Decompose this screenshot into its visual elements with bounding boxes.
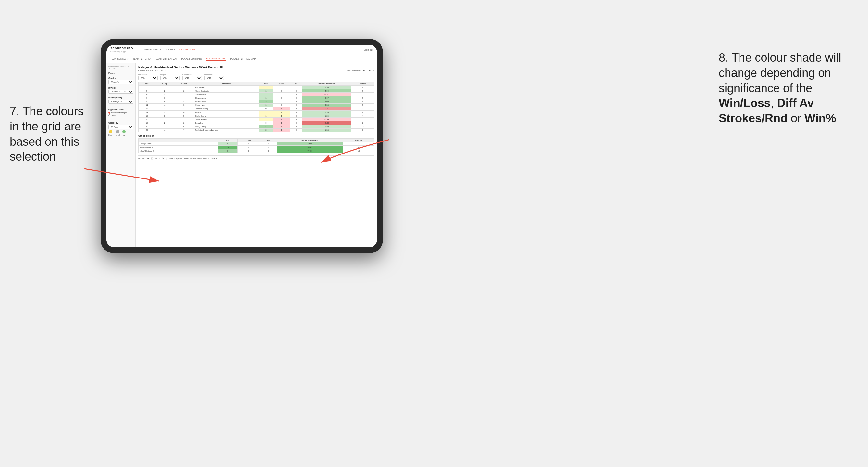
filter-opponent-select[interactable]: (All): [205, 76, 224, 80]
cell-win: 2: [259, 100, 273, 103]
cell-loss: 0: [273, 103, 290, 107]
legend-down: Down: [108, 130, 113, 136]
sidebar-gender-select[interactable]: Women's: [108, 80, 133, 84]
cell-div: 3: [138, 86, 155, 89]
cell-loss: 1: [273, 128, 290, 132]
scissors-icon[interactable]: ✂: [155, 157, 157, 160]
undo-icon[interactable]: ↩: [138, 157, 141, 160]
cell-div: 6: [138, 93, 155, 96]
cell-loss: 1: [273, 121, 290, 125]
ood-cell-diff: 9.267: [277, 146, 343, 149]
grid-icon[interactable]: ⊡: [151, 157, 153, 160]
sidebar-division-select[interactable]: NCAA Division III: [108, 90, 133, 94]
cell-rounds: 2: [351, 107, 374, 111]
cell-opponent: Stella Cheng: [194, 114, 259, 118]
sign-out-link[interactable]: Sign out: [364, 48, 373, 52]
ood-col-tie: Tie: [260, 138, 277, 142]
cell-opponent: Sydney Kuo: [194, 93, 259, 96]
cell-win: 1: [259, 93, 273, 96]
nav-tournaments[interactable]: TOURNAMENTS: [142, 48, 162, 52]
cell-div: 10: [138, 100, 155, 103]
sidebar-division-label: Division: [108, 87, 133, 89]
ood-cell-win: 1: [218, 142, 238, 146]
sidebar-opponent-view-label: Opponent view: [108, 108, 133, 111]
view-original-btn[interactable]: View: Original: [169, 157, 182, 160]
cell-reg: 1: [155, 86, 174, 89]
subnav-team-h2h-heatmap[interactable]: TEAM H2H HEATMAP: [154, 57, 178, 61]
cell-reg: 2: [155, 89, 174, 93]
ood-cell-diff: 7.400: [277, 149, 343, 153]
table-row: 6 3 3 Sydney Kuo 1 0 0 -1.00: [138, 93, 374, 96]
cell-rounds: 6: [351, 128, 374, 132]
legend-dot-up: [122, 130, 126, 133]
cell-reg: 6: [155, 100, 174, 103]
cell-reg: 1: [155, 118, 174, 121]
cell-rounds: 4: [351, 114, 374, 118]
cell-conf: 6: [174, 125, 194, 128]
nav-teams[interactable]: TEAMS: [166, 48, 175, 52]
legend-label-level: Level: [116, 134, 120, 136]
filter-opponents-select[interactable]: (All): [138, 76, 158, 80]
ood-table-row: Foreign Team 1 0 0 4.500 2: [138, 142, 374, 146]
filter-region-select[interactable]: (All): [160, 76, 180, 80]
subnav-team-summary[interactable]: TEAM SUMMARY: [110, 57, 129, 61]
sidebar: Last Updated: 27/03/2024 16:55:38 Player…: [106, 63, 136, 247]
table-row: 9 1 4 Sharon Mun 1 0 0 3.67 3: [138, 96, 374, 100]
radio-top100[interactable]: Top 100: [108, 114, 133, 116]
filter-conference-select[interactable]: (All): [182, 76, 202, 80]
share-btn[interactable]: Share: [211, 157, 217, 160]
subnav-team-h2h-grid[interactable]: TEAM H2H GRID: [133, 57, 151, 61]
legend-dot-level: [116, 130, 119, 133]
cell-win: 2: [259, 128, 273, 132]
dot-icon[interactable]: ·: [159, 157, 160, 160]
subnav-player-h2h-heatmap[interactable]: PLAYER H2H HEATMAP: [230, 57, 256, 61]
ood-cell-rounds: 2: [343, 142, 374, 146]
radio-opponents-played[interactable]: Opponents Played: [108, 112, 133, 114]
ood-cell-opponent: NAIA Division 1: [138, 146, 218, 149]
annotation-left: 7. The colours in the grid are based on …: [10, 104, 94, 164]
refresh-icon[interactable]: ⟳: [162, 157, 164, 160]
table-row: 20 11 6 Emily Chang 4 1 0 0.30 11: [138, 125, 374, 128]
watch-btn[interactable]: Watch: [204, 157, 209, 160]
opponent-radio-group: Opponents Played Top 100: [108, 112, 133, 116]
col-win: Win: [259, 82, 273, 86]
subnav-player-summary[interactable]: PLAYER SUMMARY: [181, 57, 203, 61]
cell-loss: 0: [273, 86, 290, 89]
cell-tie: 0: [290, 114, 302, 118]
filters-row: Opponents: (All) Region (All) Conference: [138, 74, 374, 80]
cell-diff: -1.00: [303, 93, 351, 96]
cell-rounds: 9: [351, 111, 374, 114]
sidebar-player-rank-label: Player (Rank): [108, 96, 133, 99]
nav-committee[interactable]: COMMITTEE: [180, 48, 195, 52]
cell-diff: 3.67: [303, 96, 351, 100]
subnav-player-h2h-grid[interactable]: PLAYER H2H GRID: [206, 57, 226, 61]
sidebar-colour-select[interactable]: Win/loss: [108, 125, 133, 129]
undo2-icon[interactable]: ↩: [143, 157, 145, 160]
filter-region: Region (All): [160, 74, 180, 80]
cell-rounds: [351, 118, 374, 121]
sidebar-timestamp: Last Updated: 27/03/2024 16:55:38: [108, 66, 133, 69]
logo: SCOREBOARD Powered by clippd: [110, 47, 133, 53]
cell-tie: 1: [290, 86, 302, 89]
cell-div: 14: [138, 111, 155, 114]
redo-icon[interactable]: ↪: [147, 157, 149, 160]
sidebar-player-rank-select[interactable]: 8. Katelyn Vo: [108, 100, 133, 103]
filter-opponent: Opponent (All): [205, 74, 224, 80]
ood-col-diff: Diff Av Strokes/Rnd: [277, 138, 343, 142]
save-custom-btn[interactable]: Save Custom View: [184, 157, 202, 160]
ood-cell-tie: 0: [260, 149, 277, 153]
table-row: 20 11 7 Federica Domecq Lacroze 2 1 0 1.…: [138, 128, 374, 132]
cell-loss: 1: [273, 125, 290, 128]
cell-rounds: 4: [351, 86, 374, 89]
ood-cell-loss: 0: [237, 146, 260, 149]
cell-reg: 2: [155, 121, 174, 125]
tablet-screen: SCOREBOARD Powered by clippd TOURNAMENTS…: [106, 45, 377, 247]
ood-cell-tie: 0: [260, 146, 277, 149]
cell-rounds: 4: [351, 100, 374, 103]
cell-conf: 1: [174, 118, 194, 121]
cell-rounds: [351, 93, 374, 96]
ood-cell-rounds: 30: [343, 146, 374, 149]
radio-dot-unselected: [108, 114, 110, 116]
ood-cell-opponent: Foreign Team: [138, 142, 218, 146]
filter-opponents: Opponents: (All): [138, 74, 158, 80]
